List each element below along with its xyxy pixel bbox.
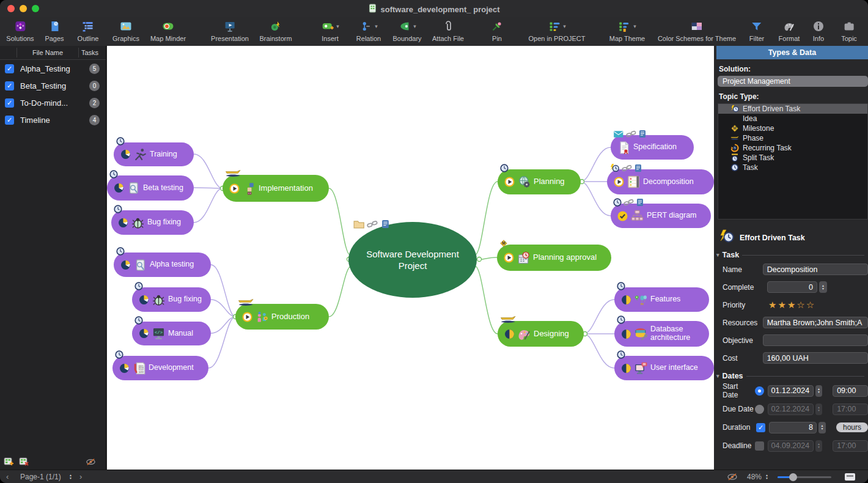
topic-center[interactable]: Software Development Project bbox=[348, 222, 477, 298]
topic-bug-fixing[interactable]: Bug fixing bbox=[111, 210, 194, 235]
topic-type-item-recurring-task[interactable]: Recurring Task bbox=[718, 143, 867, 153]
chevron-down-icon[interactable]: ▾ bbox=[375, 23, 378, 29]
file-checkbox[interactable]: ✓ bbox=[5, 116, 14, 125]
zoom-stepper[interactable]: ▲▼ bbox=[765, 471, 768, 480]
topic-specification[interactable]: Specification bbox=[611, 135, 694, 160]
topic-development[interactable]: 001010100Development bbox=[112, 356, 208, 380]
check-control[interactable]: ✓ bbox=[756, 423, 765, 432]
topic-database-architecture[interactable]: Database architecture bbox=[614, 321, 709, 347]
file-checkbox[interactable]: ✓ bbox=[5, 81, 14, 90]
toolbar-button-pin[interactable]: Pin bbox=[490, 19, 504, 42]
page-stepper[interactable]: ▲▼ bbox=[69, 471, 72, 480]
stepper-control[interactable]: ▲▼ bbox=[815, 404, 822, 415]
toolbar-button-info[interactable]: Info bbox=[812, 19, 825, 42]
topic-production[interactable]: Production bbox=[235, 304, 329, 330]
date-value-input[interactable]: 01.12.2024 bbox=[768, 385, 814, 397]
field-input-resources[interactable]: Martha Brown;John Smith;A bbox=[763, 317, 868, 328]
dates-section-header[interactable]: ▾Dates bbox=[716, 372, 864, 380]
topic-type-item-task[interactable]: Task bbox=[718, 163, 867, 172]
stepper-control[interactable]: ▲▼ bbox=[818, 422, 826, 433]
toolbar-button-outline[interactable]: Outline bbox=[78, 19, 99, 42]
date-value-input[interactable]: 8 bbox=[769, 422, 817, 433]
duration-unit-select[interactable]: hours bbox=[836, 422, 868, 432]
fit-page-icon[interactable] bbox=[845, 473, 855, 481]
chevron-down-icon[interactable]: ▾ bbox=[633, 23, 636, 29]
toolbar-button-map-minder[interactable]: Map Minder bbox=[150, 19, 186, 42]
field-input-cost[interactable]: 160,00 UAH bbox=[763, 352, 868, 364]
stepper-control[interactable]: ▲▼ bbox=[815, 385, 822, 397]
stepper-control[interactable]: ▲▼ bbox=[815, 440, 822, 452]
radio-control[interactable] bbox=[755, 386, 764, 396]
topic-manual[interactable]: </>Manual bbox=[132, 322, 211, 345]
toolbar-button-graphics[interactable]: Graphics bbox=[112, 19, 139, 42]
topic-label: Implementation bbox=[259, 184, 313, 193]
previous-page-button[interactable]: ‹ bbox=[6, 472, 9, 481]
toolbar-button-brainstorm[interactable]: Brainstorm bbox=[259, 19, 292, 42]
toolbar-button-format[interactable]: Format bbox=[779, 19, 800, 42]
time-input[interactable]: 09:00 bbox=[833, 385, 868, 397]
zoom-slider[interactable] bbox=[778, 476, 831, 478]
topic-planning[interactable]: Planning bbox=[498, 169, 581, 194]
topic-alpha-testing[interactable]: Alpha testing bbox=[114, 253, 211, 277]
toolbar-button-attach-file[interactable]: Attach File bbox=[432, 19, 464, 42]
topic-bug-fixing[interactable]: Bug fixing bbox=[132, 287, 211, 312]
file-checkbox[interactable]: ✓ bbox=[5, 98, 14, 108]
maximize-window-button[interactable] bbox=[32, 5, 39, 12]
next-page-button[interactable]: › bbox=[79, 472, 82, 481]
topic-designing[interactable]: Designing bbox=[498, 321, 584, 347]
topic-type-item-phase[interactable]: Phase bbox=[718, 133, 867, 143]
toolbar-button-presentation[interactable]: Presentation bbox=[211, 19, 249, 42]
zoom-slider-knob[interactable] bbox=[789, 473, 797, 481]
mindmap-canvas[interactable]: Software Development Project Implementat… bbox=[107, 46, 714, 470]
toolbar-button-open-in-project[interactable]: ▾Open in PROJECT bbox=[529, 19, 586, 42]
topic-training[interactable]: Training bbox=[114, 142, 194, 166]
topic-user-interface[interactable]: User interface bbox=[614, 356, 714, 380]
time-input[interactable]: 17:00 bbox=[833, 404, 868, 415]
toolbar-button-topic[interactable]: Topic bbox=[841, 19, 857, 42]
topic-planning-approval[interactable]: MPlanning approval bbox=[497, 245, 611, 271]
task-section-header[interactable]: ▾Task bbox=[716, 251, 864, 259]
radio-control[interactable] bbox=[755, 405, 764, 414]
toolbar-button-pages[interactable]: Pages bbox=[45, 19, 64, 42]
chevron-down-icon[interactable]: ▾ bbox=[336, 23, 339, 29]
delete-page-icon[interactable] bbox=[19, 457, 29, 469]
topic-implementation[interactable]: Implementation bbox=[223, 175, 329, 202]
file-checkbox[interactable]: ✓ bbox=[5, 64, 14, 73]
toolbar-button-color-schemes-for-theme[interactable]: Color Schemes for Theme bbox=[658, 19, 736, 42]
solution-select[interactable]: Project Management bbox=[718, 76, 868, 87]
hide-panel-eye-icon[interactable] bbox=[86, 457, 96, 469]
field-input-objective[interactable] bbox=[763, 334, 868, 346]
date-value-input[interactable]: 02.12.2024 bbox=[768, 404, 814, 415]
stepper-control[interactable]: ▲▼ bbox=[819, 281, 827, 293]
topic-features[interactable]: Features bbox=[614, 287, 709, 312]
toolbar-button-relation[interactable]: ▾Relation bbox=[356, 19, 381, 42]
chevron-down-icon[interactable]: ▾ bbox=[563, 23, 566, 29]
hide-eye-icon[interactable] bbox=[727, 473, 738, 483]
add-page-icon[interactable] bbox=[4, 457, 14, 469]
date-value-input[interactable]: 04.09.2024 bbox=[768, 440, 814, 452]
close-window-button[interactable] bbox=[7, 5, 15, 12]
field-input-name[interactable]: Decomposition bbox=[763, 264, 868, 275]
topic-type-item-milestone[interactable]: MMilestone bbox=[718, 124, 867, 133]
toolbar-button-boundary[interactable]: ▾Boundary bbox=[392, 19, 421, 42]
topic-type-item-idea[interactable]: Idea bbox=[718, 114, 867, 124]
file-list-item[interactable]: ✓Alpha_Testing5 bbox=[0, 60, 106, 77]
topic-beta-testing[interactable]: Beta testing bbox=[107, 175, 194, 201]
toolbar-button-insert[interactable]: ▾Insert bbox=[321, 19, 339, 42]
chevron-down-icon[interactable]: ▾ bbox=[413, 23, 416, 29]
file-list-item[interactable]: ✓Timeline4 bbox=[0, 111, 106, 128]
check-control[interactable] bbox=[755, 441, 764, 451]
file-list-item[interactable]: ✓Beta_Testing0 bbox=[0, 77, 106, 94]
topic-type-item-split-task[interactable]: Split Task bbox=[718, 153, 867, 163]
file-list-item[interactable]: ✓To-Do-mind...2 bbox=[0, 94, 106, 111]
priority-stars[interactable]: ★★★☆☆ bbox=[768, 300, 815, 311]
topic-type-item-effort-driven-task[interactable]: Effort Driven Task bbox=[718, 104, 867, 114]
field-input-complete[interactable]: 0 bbox=[767, 281, 817, 293]
toolbar-button-filter[interactable]: Filter bbox=[749, 19, 764, 42]
time-input[interactable]: 17:00 bbox=[833, 440, 868, 452]
topic-decomposition[interactable]: Decomposition bbox=[607, 169, 714, 194]
minimize-window-button[interactable] bbox=[20, 5, 27, 12]
topic-pert-diagram[interactable]: PERT diagram bbox=[611, 204, 711, 228]
toolbar-button-solutions[interactable]: Solutions bbox=[6, 19, 34, 42]
toolbar-button-map-theme[interactable]: ▾Map Theme bbox=[609, 19, 645, 42]
